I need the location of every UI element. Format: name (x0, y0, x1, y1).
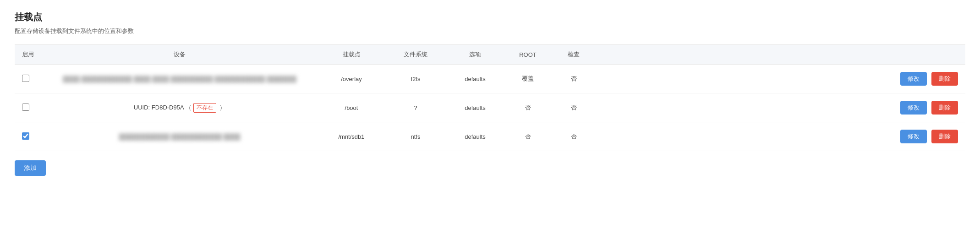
row3-device-cell: ████████████ ████████████ ████ (42, 122, 317, 151)
page-container: 挂载点 配置存储设备挂载到文件系统中的位置和参数 启用 设备 挂载点 文件系统 … (0, 0, 980, 187)
row2-mountpoint-cell: /boot (317, 93, 386, 122)
table-row: ████ ████████████ ████ ████ ██████████ █… (15, 65, 965, 93)
col-header-device: 设备 (42, 45, 317, 65)
row2-checkbox[interactable] (22, 104, 29, 111)
row3-check-cell: 否 (551, 122, 597, 151)
row1-check: 否 (571, 75, 577, 82)
row3-check: 否 (571, 133, 577, 140)
row1-enable-cell (15, 65, 42, 93)
col-header-mountpoint: 挂载点 (317, 45, 386, 65)
table-row: UUID: FD8D-D95A （不存在 ） /boot ? defaults … (15, 93, 965, 122)
row1-mountpoint-cell: /overlay (317, 65, 386, 93)
row1-root: 覆盖 (522, 75, 534, 82)
row2-mountpoint: /boot (345, 104, 358, 111)
mount-table: 启用 设备 挂载点 文件系统 选项 ROOT 检查 ████ █████████… (15, 45, 965, 151)
row1-filesystem-cell: f2fs (386, 65, 445, 93)
row2-options: defaults (465, 104, 486, 111)
row3-root: 否 (525, 133, 531, 140)
row2-delete-button[interactable]: 删除 (931, 101, 958, 115)
row1-options-cell: defaults (445, 65, 505, 93)
row3-options-cell: defaults (445, 122, 505, 151)
row2-device-suffix: ） (218, 104, 226, 111)
row2-device-prefix: UUID: FD8D-D95A （ (134, 104, 192, 111)
row3-checkbox[interactable] (22, 132, 29, 140)
row3-filesystem-cell: ntfs (386, 122, 445, 151)
row2-edit-button[interactable]: 修改 (900, 101, 927, 115)
add-button[interactable]: 添加 (15, 160, 46, 176)
row2-root-cell: 否 (505, 93, 551, 122)
row3-device-text: ████████████ ████████████ ████ (119, 133, 240, 140)
col-header-check: 检查 (551, 45, 597, 65)
row3-edit-button[interactable]: 修改 (900, 130, 927, 143)
col-header-action (597, 45, 965, 65)
row1-edit-button[interactable]: 修改 (900, 72, 927, 86)
table-header: 启用 设备 挂载点 文件系统 选项 ROOT 检查 (15, 45, 965, 65)
row3-mountpoint-cell: /mnt/sdb1 (317, 122, 386, 151)
row2-not-exist-badge: 不存在 (193, 103, 216, 113)
row3-options: defaults (465, 133, 486, 140)
row1-check-cell: 否 (551, 65, 597, 93)
row3-root-cell: 否 (505, 122, 551, 151)
row1-delete-button[interactable]: 删除 (931, 72, 958, 86)
row2-filesystem: ? (414, 104, 417, 111)
row2-root: 否 (525, 104, 531, 111)
row3-action-cell: 修改 删除 (597, 122, 965, 151)
col-header-filesystem: 文件系统 (386, 45, 445, 65)
row2-check: 否 (571, 104, 577, 111)
row1-device-cell: ████ ████████████ ████ ████ ██████████ █… (42, 65, 317, 93)
page-title: 挂载点 (15, 11, 965, 23)
row1-mountpoint: /overlay (341, 76, 362, 82)
page-description: 配置存储设备挂载到文件系统中的位置和参数 (15, 27, 965, 35)
row3-enable-cell (15, 122, 42, 151)
row3-delete-button[interactable]: 删除 (931, 130, 958, 143)
col-header-enable: 启用 (15, 45, 42, 65)
row2-options-cell: defaults (445, 93, 505, 122)
row1-checkbox[interactable] (22, 75, 29, 82)
row1-root-cell: 覆盖 (505, 65, 551, 93)
col-header-options: 选项 (445, 45, 505, 65)
row1-device-text: ████ ████████████ ████ ████ ██████████ █… (63, 76, 296, 82)
table-body: ████ ████████████ ████ ████ ██████████ █… (15, 65, 965, 151)
row2-check-cell: 否 (551, 93, 597, 122)
row3-filesystem: ntfs (411, 133, 421, 140)
row1-options: defaults (465, 76, 486, 82)
row2-enable-cell (15, 93, 42, 122)
row2-action-cell: 修改 删除 (597, 93, 965, 122)
row2-filesystem-cell: ? (386, 93, 445, 122)
row2-device-cell: UUID: FD8D-D95A （不存在 ） (42, 93, 317, 122)
table-row: ████████████ ████████████ ████ /mnt/sdb1… (15, 122, 965, 151)
col-header-root: ROOT (505, 45, 551, 65)
row1-action-cell: 修改 删除 (597, 65, 965, 93)
row3-mountpoint: /mnt/sdb1 (338, 133, 364, 140)
row1-filesystem: f2fs (411, 76, 421, 82)
